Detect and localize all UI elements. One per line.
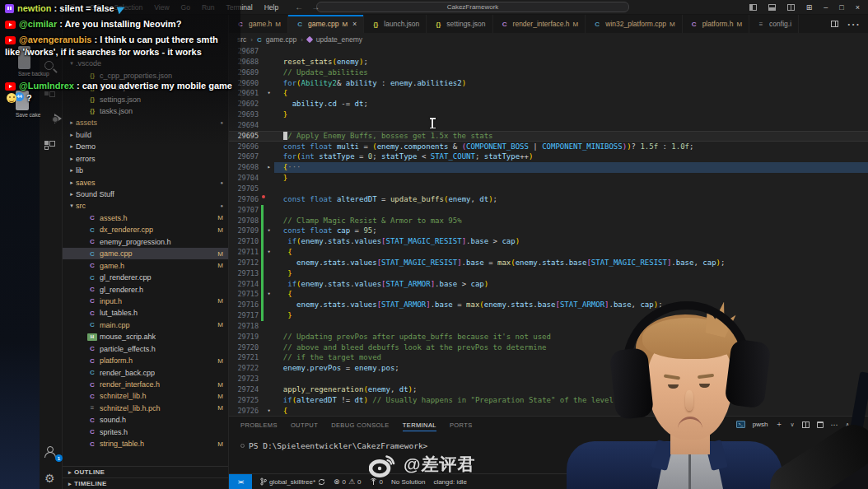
tree-file-particle_effects.h[interactable]: Cparticle_effects.h — [63, 343, 228, 355]
code-line-29705[interactable]: 29705 — [229, 184, 868, 194]
code-line-29723[interactable]: 29723 — [229, 374, 868, 384]
tab-platform.h[interactable]: Cplatform.hM — [683, 15, 749, 33]
code-line-29709[interactable]: 29709▾ const float cap = 95; — [229, 226, 868, 236]
tree-file-game.cpp[interactable]: Cgame.cppM — [63, 248, 228, 259]
code-line-29722[interactable]: 29722 enemy.prevPos = enemy.pos; — [229, 363, 868, 374]
fold-chevron-icon[interactable]: ▾ — [264, 226, 274, 236]
terminal-shell-label[interactable]: pwsh — [753, 421, 768, 428]
more-actions-icon[interactable]: ⋯ — [831, 421, 838, 429]
go-live-item[interactable]: Go Live — [813, 478, 846, 486]
code-line-29720[interactable]: 29720 // above and bleed debuffs look at… — [229, 342, 868, 353]
folder-chevron-icon[interactable]: ▸ — [68, 167, 76, 174]
code-line-29714[interactable]: 29714 if(enemy.stats.values[STAT_ARMOR].… — [229, 279, 868, 290]
fold-chevron-icon[interactable]: ▾ — [264, 289, 274, 300]
fold-chevron-icon[interactable]: ▸ — [264, 162, 274, 173]
code-line-29697[interactable]: 29697 for(int statType = 0; statType < S… — [229, 151, 868, 162]
close-tab-icon[interactable]: × — [352, 20, 357, 28]
code-line-29717[interactable]: 29717 } — [229, 310, 868, 321]
panel-tab-ports[interactable]: PORTS — [450, 417, 473, 433]
folder-chevron-icon[interactable]: ▸ — [68, 191, 76, 198]
tab-game.h[interactable]: Cgame.hM — [229, 15, 288, 33]
folder-chevron-icon[interactable]: ▾ — [68, 60, 76, 67]
tree-file-c_cpp_properties.json[interactable]: {}c_cpp_properties.json — [63, 69, 228, 81]
tree-file-game.h[interactable]: Cgame.hM — [63, 259, 228, 271]
extensions-icon[interactable] — [44, 138, 58, 151]
toggle-sidebar-icon[interactable] — [749, 4, 757, 11]
maximize-panel-icon[interactable]: ∧ — [846, 421, 850, 428]
code-line-29688[interactable]: 29688 reset_stats(enemy); — [229, 57, 868, 68]
code-line-29690[interactable]: 29690 for(Ability2& ability : enemy.abil… — [229, 78, 868, 89]
tree-file-main.cpp[interactable]: Cmain.cppM — [63, 319, 228, 331]
code-line-29691[interactable]: 29691▾ { — [229, 88, 868, 99]
command-center[interactable]: CakezFramework — [316, 2, 629, 12]
tree-file-platform.h[interactable]: Cplatform.hM — [63, 355, 228, 366]
tree-folder-assets[interactable]: ▸assets● — [63, 117, 228, 128]
tree-file-render_back.cpp[interactable]: Crender_back.cpp — [63, 366, 228, 378]
folder-chevron-icon[interactable]: ▸ — [68, 156, 76, 162]
tree-folder-Sound Stuff[interactable]: ▸Sound Stuff — [63, 189, 228, 200]
toggle-panel-icon[interactable] — [768, 4, 776, 11]
tree-file-gl_renderer.cpp[interactable]: Cgl_renderer.cpp — [63, 272, 228, 283]
sync-icon[interactable] — [318, 478, 325, 486]
menu-go[interactable]: Go — [176, 2, 195, 13]
tab-render_interface.h[interactable]: Crender_interface.hM — [493, 15, 586, 33]
customize-layout-icon[interactable]: ⊞ — [806, 3, 813, 12]
code-line-29692[interactable]: 29692 ability.cd -= dt; — [229, 99, 868, 109]
close-panel-icon[interactable]: × — [857, 421, 861, 429]
code-line-29695[interactable]: 29695 // Apply Enemy Buffs, bosses get 1… — [229, 131, 868, 142]
fold-chevron-icon[interactable]: ▾ — [264, 247, 274, 258]
code-line-29712[interactable]: 29712 enemy.stats.values[STAT_MAGIC_RESI… — [229, 258, 868, 268]
sidebar-section-outline[interactable]: ▸OUTLINE — [63, 466, 228, 477]
fold-chevron-icon[interactable]: ▾ — [264, 406, 274, 416]
accounts-icon[interactable]: 1 — [44, 446, 58, 459]
panel-tab-terminal[interactable]: TERMINAL — [403, 417, 436, 433]
code-line-29711[interactable]: 29711▾ { — [229, 247, 868, 258]
breadcrumb-symbol[interactable]: update_enemy — [316, 35, 362, 44]
remote-indicator[interactable]: >< — [229, 474, 252, 489]
tree-file-dx_renderer.cpp[interactable]: Cdx_renderer.cppM — [63, 224, 228, 235]
tree-folder-build[interactable]: ▸build — [63, 129, 228, 141]
code-line-29696[interactable]: 29696 const float multi = (enemy.compone… — [229, 142, 868, 152]
tree-file-string_table.h[interactable]: Cstring_table.hM — [63, 438, 228, 449]
panel-tab-output[interactable]: OUTPUT — [291, 417, 318, 433]
code-line-29716[interactable]: 29716 enemy.stats.values[STAT_ARMOR].bas… — [229, 300, 868, 310]
tree-file-schnitzel_lib.h[interactable]: Cschnitzel_lib.hM — [63, 390, 228, 402]
close-button[interactable]: × — [856, 3, 860, 12]
terminal-dropdown-icon[interactable]: ∨ — [790, 421, 794, 428]
feedback-icon[interactable]: ☺ — [856, 477, 863, 486]
tab-config.i[interactable]: ≡config.i — [749, 15, 799, 33]
code-line-29687[interactable]: 29687 — [229, 46, 868, 57]
code-line-29724[interactable]: 29724 apply_regeneration(enemy, dt); — [229, 384, 868, 395]
tree-file-input.h[interactable]: Cinput.hM — [63, 296, 228, 307]
breadcrumb[interactable]: src › C game.cpp › update_enemy — [229, 33, 868, 46]
tree-folder-.vscode[interactable]: ▾.vscode — [63, 58, 228, 69]
menu-run[interactable]: Run — [197, 2, 220, 13]
code-line-29707[interactable]: 29707 — [229, 205, 868, 216]
git-branch-item[interactable]: global_skilltree* — [260, 477, 325, 486]
sidebar-section-timeline[interactable]: ▸TIMELINE — [63, 477, 228, 489]
editor-more-actions-icon[interactable]: ⋯ — [847, 16, 860, 32]
tree-file-assets.h[interactable]: Cassets.hM — [63, 212, 228, 224]
tab-launch.json[interactable]: {}launch.json — [364, 15, 427, 33]
folder-chevron-icon[interactable]: ▸ — [68, 132, 76, 138]
source-control-icon[interactable] — [44, 89, 58, 102]
breadcrumb-file[interactable]: game.cpp — [266, 35, 296, 44]
ports-item[interactable]: 0 — [370, 477, 383, 486]
code-line-29719[interactable]: 29719 // Updating prevPos after update_b… — [229, 332, 868, 342]
code-line-29698[interactable]: 29698▸ {··· — [229, 162, 868, 173]
tab-game.cpp[interactable]: Cgame.cppM× — [288, 15, 364, 33]
tab-settings.json[interactable]: {}settings.json — [427, 15, 492, 33]
solution-item[interactable]: No Solution — [391, 478, 425, 486]
settings-gear-icon[interactable]: ⚙ — [44, 473, 58, 486]
code-line-29725[interactable]: 29725 if(alteredDT != dt) // Usually hap… — [229, 395, 868, 406]
folder-chevron-icon[interactable]: ▾ — [68, 203, 76, 209]
clangd-status-item[interactable]: clangd: idle — [433, 478, 466, 486]
minimize-button[interactable]: – — [824, 3, 828, 12]
toggle-splitview-icon[interactable] — [787, 4, 795, 11]
tree-file-launch.json[interactable]: {}launch.json — [63, 82, 228, 93]
problems-item[interactable]: ⊗0 ⚠0 — [334, 477, 362, 486]
tab-win32_platform.cpp[interactable]: Cwin32_platform.cppM — [586, 15, 682, 33]
tree-file-sound.h[interactable]: Csound.h — [63, 414, 228, 426]
code-line-29721[interactable]: 29721 // if the target moved — [229, 352, 868, 363]
panel-tab-debug-console[interactable]: DEBUG CONSOLE — [331, 417, 390, 433]
